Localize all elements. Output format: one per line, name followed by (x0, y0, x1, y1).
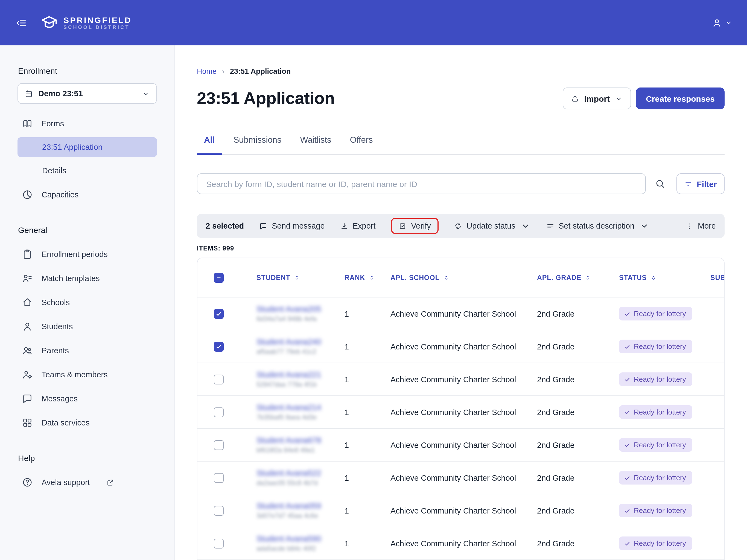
chevron-down-icon (639, 221, 650, 231)
tab-submissions[interactable]: Submissions (226, 135, 289, 154)
chevron-down-icon (725, 19, 733, 27)
column-label: RANK (344, 274, 365, 281)
applications-table: STUDENT RANK APL. SCHOOL APL. GRADE STAT… (197, 258, 725, 560)
school-cell: Achieve Community Charter School (384, 440, 531, 449)
search-row: Filter (197, 173, 725, 194)
ellipsis-vertical-icon (685, 222, 693, 230)
filter-button[interactable]: Filter (676, 173, 725, 194)
update-status-button[interactable]: Update status (454, 221, 531, 231)
send-message-label: Send message (272, 222, 325, 230)
sidebar-item-parents[interactable]: Parents (0, 338, 175, 362)
update-status-label: Update status (466, 222, 515, 230)
sidebar-item-match-templates[interactable]: Match templates (0, 266, 175, 290)
tab-all[interactable]: All (197, 135, 222, 154)
enrollment-period-selector[interactable]: Demo 23:51 (18, 83, 157, 104)
sidebar-item-details[interactable]: Details (0, 159, 175, 183)
row-checkbox[interactable] (214, 374, 224, 384)
send-message-button[interactable]: Send message (259, 222, 325, 230)
export-button[interactable]: Export (340, 222, 376, 230)
sidebar-item-data-services[interactable]: Data services (0, 411, 175, 435)
sidebar-item-label: Capacities (42, 190, 78, 199)
create-responses-button[interactable]: Create responses (636, 87, 725, 109)
indeterminate-icon (215, 274, 222, 281)
user-list-icon (22, 273, 33, 284)
search-button[interactable] (650, 173, 670, 194)
set-status-description-button[interactable]: Set status description (546, 221, 650, 231)
row-checkbox[interactable] (214, 309, 224, 319)
rank-cell: 1 (338, 506, 384, 515)
question-circle-icon (22, 477, 33, 488)
student-link[interactable]: Student Avana059 (256, 502, 338, 510)
lines-icon (546, 222, 554, 230)
sidebar-item-schools[interactable]: Schools (0, 290, 175, 314)
student-link[interactable]: Student Avana678 (256, 436, 338, 444)
tab-waitlists[interactable]: Waitlists (293, 135, 338, 154)
status-badge: Ready for lottery (619, 504, 693, 517)
rank-cell: 1 (338, 375, 384, 384)
users-icon (22, 345, 33, 356)
column-label: APL. GRADE (537, 274, 581, 281)
row-checkbox[interactable] (214, 538, 224, 548)
sidebar-item-avela-support[interactable]: Avela support (0, 470, 175, 494)
column-label: APL. SCHOOL (390, 274, 440, 281)
status-label: Ready for lottery (634, 441, 686, 449)
status-label: Ready for lottery (634, 474, 686, 482)
column-header-apl-grade[interactable]: APL. GRADE (531, 274, 613, 281)
search-input[interactable] (206, 179, 637, 188)
student-id: ada5acde b84c 40f2 (256, 545, 338, 552)
school-cell: Achieve Community Charter School (384, 309, 531, 318)
column-header-student[interactable]: STUDENT (250, 274, 338, 281)
sidebar-item-capacities[interactable]: Capacities (0, 183, 175, 207)
student-link[interactable]: Student Avana221 (256, 370, 338, 379)
row-checkbox[interactable] (214, 440, 224, 450)
select-all-checkbox[interactable] (214, 273, 224, 282)
student-link[interactable]: Student Avana590 (256, 534, 338, 543)
chevron-down-icon (141, 90, 150, 98)
sidebar-item-teams-members[interactable]: Teams & members (0, 362, 175, 387)
sidebar-collapse-button[interactable] (12, 14, 31, 32)
table-row: Student Avana22152847daa 778a 4f1b1Achie… (198, 363, 725, 396)
row-checkbox[interactable] (214, 407, 224, 417)
sidebar-item-messages[interactable]: Messages (0, 387, 175, 411)
row-checkbox[interactable] (214, 473, 224, 483)
column-header-sub[interactable]: SUB- (704, 274, 725, 281)
table-row: Student Avana0593d07e7d7 45aa 4c6e1Achie… (198, 494, 725, 527)
calendar-icon (25, 90, 33, 98)
school-cell: Achieve Community Charter School (384, 506, 531, 515)
sidebar-item-enrollment-periods[interactable]: Enrollment periods (0, 242, 175, 266)
column-header-rank[interactable]: RANK (338, 274, 384, 281)
status-label: Ready for lottery (634, 408, 686, 416)
verify-label: Verify (411, 222, 431, 230)
column-header-apl-school[interactable]: APL. SCHOOL (384, 274, 531, 281)
column-label: SUB- (711, 274, 725, 281)
sidebar-item-students[interactable]: Students (0, 314, 175, 338)
grid-icon (22, 417, 33, 428)
section-enrollment-label: Enrollment (0, 66, 175, 75)
tab-offers[interactable]: Offers (343, 135, 380, 154)
school-cell: Achieve Community Charter School (384, 408, 531, 416)
sidebar-item-application-selected[interactable]: 23:51 Application (18, 137, 157, 157)
verify-button[interactable]: Verify (398, 222, 431, 230)
student-link[interactable]: Student Avana240 (256, 337, 338, 346)
account-menu[interactable] (712, 17, 733, 28)
check-icon (624, 343, 630, 350)
student-link[interactable]: Student Avana522 (256, 469, 338, 478)
student-link[interactable]: Student Avana205 (256, 305, 338, 313)
sort-icon (368, 274, 375, 281)
verify-annotation-box: Verify (391, 218, 439, 234)
column-label: STATUS (619, 274, 647, 281)
column-header-status[interactable]: STATUS (613, 274, 704, 281)
row-checkbox[interactable] (214, 341, 224, 351)
sort-icon (294, 274, 300, 281)
sidebar-item-label: Avela support (42, 478, 90, 487)
row-checkbox[interactable] (214, 506, 224, 515)
app-root: SPRINGFIELD SCHOOL DISTRICT Enrollment D… (0, 0, 747, 560)
sidebar-item-label: Messages (42, 394, 78, 403)
sidebar-item-forms[interactable]: Forms (0, 111, 175, 136)
import-button[interactable]: Import (563, 87, 631, 109)
breadcrumb-home-link[interactable]: Home (197, 67, 216, 75)
chevron-down-icon (615, 94, 623, 103)
clipboard-icon (22, 249, 33, 260)
student-link[interactable]: Student Avana214 (256, 403, 338, 412)
more-button[interactable]: More (685, 222, 716, 230)
